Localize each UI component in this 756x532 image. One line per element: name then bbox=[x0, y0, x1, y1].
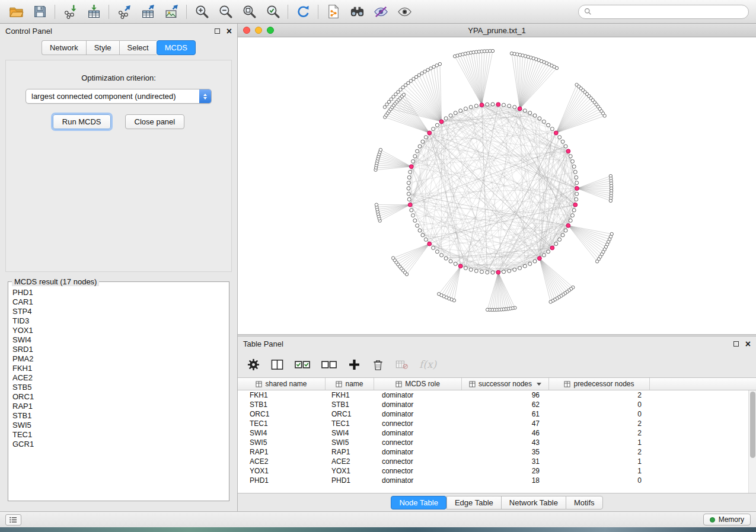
tab-network[interactable]: Network bbox=[42, 40, 86, 55]
export-image-button[interactable] bbox=[162, 3, 180, 21]
tab-style[interactable]: Style bbox=[86, 40, 119, 55]
refresh-button[interactable] bbox=[294, 3, 312, 21]
mcds-result-list: PHD1CAR1STP4TID3YOX1SWI4SRD1PMA2FKH1ACE2… bbox=[8, 286, 229, 495]
cell-successor-nodes: 61 bbox=[462, 410, 549, 418]
open-session-button[interactable] bbox=[7, 3, 25, 21]
mcds-result-item[interactable]: ACE2 bbox=[12, 373, 225, 383]
tab-node-table[interactable]: Node Table bbox=[391, 496, 446, 509]
cell-name: SWI4 bbox=[326, 429, 374, 437]
mcds-result-item[interactable]: GCR1 bbox=[12, 440, 225, 449]
status-menu-button[interactable] bbox=[5, 514, 21, 525]
tab-network-table[interactable]: Network Table bbox=[501, 496, 566, 509]
export-table-icon bbox=[141, 4, 155, 19]
mcds-result-item[interactable]: TID3 bbox=[12, 316, 225, 326]
import-table-button[interactable] bbox=[85, 3, 103, 21]
cell-predecessor-nodes: 0 bbox=[549, 476, 650, 485]
tab-edge-table[interactable]: Edge Table bbox=[446, 496, 501, 509]
mcds-result-item[interactable]: STP4 bbox=[12, 307, 225, 316]
show-columns-button[interactable] bbox=[271, 358, 283, 371]
table-row[interactable]: ORC1ORC1dominator610 bbox=[238, 409, 756, 419]
mcds-result-item[interactable]: PMA2 bbox=[12, 354, 225, 364]
share-network-button[interactable] bbox=[324, 3, 342, 21]
criterion-select[interactable]: largest connected component (undirected) bbox=[25, 89, 212, 104]
mcds-result-item[interactable]: FKH1 bbox=[12, 364, 225, 373]
export-network-icon bbox=[117, 4, 132, 19]
close-panel-icon[interactable]: × bbox=[227, 27, 232, 36]
cell-MCDS-role: connector bbox=[374, 457, 462, 466]
delete-column-button[interactable] bbox=[372, 358, 384, 371]
export-table-button[interactable] bbox=[139, 3, 157, 21]
select-all-columns-button[interactable] bbox=[295, 358, 310, 371]
save-session-button[interactable] bbox=[31, 3, 49, 21]
mcds-result-item[interactable]: ORC1 bbox=[12, 392, 225, 402]
column-header-MCDS-role[interactable]: MCDS role bbox=[374, 378, 462, 390]
table-row[interactable]: ACE2ACE2connector311 bbox=[238, 457, 756, 466]
close-table-panel-icon[interactable]: × bbox=[745, 339, 751, 349]
table-row[interactable]: PHD1PHD1dominator180 bbox=[238, 476, 756, 485]
mcds-result-item[interactable]: PHD1 bbox=[12, 288, 225, 297]
zoom-in-button[interactable] bbox=[193, 3, 210, 21]
mcds-result-item[interactable]: RAP1 bbox=[12, 402, 225, 411]
table-row[interactable]: STB1STB1dominator620 bbox=[238, 400, 756, 409]
table-row[interactable]: YOX1YOX1connector291 bbox=[238, 466, 756, 476]
status-bar: Memory bbox=[0, 511, 756, 527]
export-network-button[interactable] bbox=[115, 3, 133, 21]
desktop-background bbox=[0, 527, 756, 532]
sort-caret-icon[interactable] bbox=[537, 383, 541, 386]
column-header-predecessor-nodes[interactable]: predecessor nodes bbox=[549, 378, 650, 390]
network-canvas[interactable] bbox=[238, 37, 756, 334]
search-network-button[interactable] bbox=[348, 3, 366, 21]
table-row[interactable]: SWI4SWI4dominator462 bbox=[238, 428, 756, 438]
mcds-result-item[interactable]: SWI5 bbox=[12, 421, 225, 430]
cell-MCDS-role: dominator bbox=[374, 410, 462, 418]
tab-select[interactable]: Select bbox=[119, 40, 157, 55]
cell-name: ACE2 bbox=[326, 457, 374, 466]
window-zoom-button[interactable] bbox=[267, 27, 274, 34]
tab-motifs[interactable]: Motifs bbox=[566, 496, 603, 509]
table-row[interactable]: RAP1RAP1dominator352 bbox=[238, 447, 756, 457]
float-panel-icon[interactable] bbox=[215, 28, 220, 34]
window-minimize-button[interactable] bbox=[255, 27, 262, 34]
table-scrollbar[interactable] bbox=[748, 390, 756, 493]
mcds-result-item[interactable]: YOX1 bbox=[12, 326, 225, 335]
tab-mcds[interactable]: MCDS bbox=[157, 40, 196, 55]
cell-MCDS-role: dominator bbox=[374, 429, 462, 437]
table-row[interactable]: TEC1TEC1connector472 bbox=[238, 419, 756, 428]
hide-glyphs-button[interactable] bbox=[372, 3, 390, 21]
fx-icon: f(x) bbox=[419, 358, 436, 370]
network-graph[interactable] bbox=[238, 37, 754, 334]
cell-predecessor-nodes: 1 bbox=[549, 457, 650, 466]
gear-icon bbox=[247, 358, 260, 371]
zoom-out-button[interactable] bbox=[216, 3, 234, 21]
zoom-selected-button[interactable] bbox=[264, 3, 282, 21]
create-column-button[interactable] bbox=[348, 358, 361, 371]
mcds-result-item[interactable]: STB1 bbox=[12, 411, 225, 421]
network-window-titlebar[interactable]: YPA_prune.txt_1 bbox=[238, 24, 756, 37]
zoom-fit-button[interactable] bbox=[240, 3, 258, 21]
mcds-result-item[interactable]: SRD1 bbox=[12, 345, 225, 354]
search-box bbox=[578, 5, 749, 19]
import-network-button[interactable] bbox=[61, 3, 79, 21]
memory-button[interactable]: Memory bbox=[703, 514, 751, 525]
table-settings-button[interactable] bbox=[247, 358, 260, 371]
column-header-shared-name[interactable]: shared name bbox=[238, 378, 326, 390]
column-header-successor-nodes[interactable]: successor nodes bbox=[462, 378, 549, 390]
table-row[interactable]: FKH1FKH1dominator962 bbox=[238, 390, 756, 400]
save-icon bbox=[33, 4, 47, 19]
mcds-result-item[interactable]: STB5 bbox=[12, 383, 225, 392]
search-input[interactable] bbox=[595, 6, 743, 18]
scrollbar-thumb[interactable] bbox=[750, 392, 755, 458]
mcds-result-item[interactable]: SWI4 bbox=[12, 335, 225, 345]
mcds-result-item[interactable]: TEC1 bbox=[12, 430, 225, 440]
float-table-panel-icon[interactable] bbox=[733, 341, 739, 347]
cell-MCDS-role: dominator bbox=[374, 391, 462, 399]
show-glyphs-button[interactable] bbox=[395, 3, 413, 21]
table-row[interactable]: SWI5SWI5connector431 bbox=[238, 438, 756, 447]
mcds-result-item[interactable]: CAR1 bbox=[12, 297, 225, 307]
close-panel-button[interactable]: Close panel bbox=[125, 114, 185, 129]
columns-icon bbox=[271, 358, 283, 371]
run-mcds-button[interactable]: Run MCDS bbox=[53, 114, 111, 129]
column-header-name[interactable]: name bbox=[326, 378, 374, 390]
window-close-button[interactable] bbox=[243, 27, 250, 34]
unselect-all-columns-button[interactable] bbox=[321, 358, 337, 371]
